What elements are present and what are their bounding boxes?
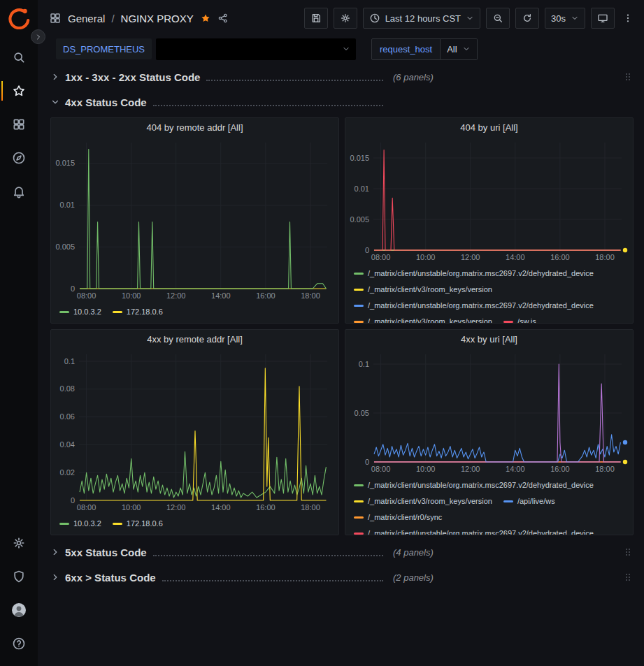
sidebar-item-alerting[interactable] [0,175,38,208]
dashboard-settings-button[interactable] [334,8,357,29]
drag-handle-icon[interactable] [622,546,634,558]
legend-item[interactable]: /_matrix/client/v3/room_keys/version [354,493,492,509]
svg-text:0: 0 [71,284,75,293]
dotted-leader [153,105,383,106]
panel-title[interactable]: 404 by remote addr [All] [51,118,338,137]
tv-mode-button[interactable] [591,8,615,29]
sidebar-item-starred[interactable] [0,74,38,108]
sidebar-item-search[interactable] [0,41,38,74]
favorite-star-icon[interactable] [200,13,211,24]
svg-text:08:00: 08:00 [371,465,391,473]
svg-text:12:00: 12:00 [166,291,186,300]
gear-icon [12,536,26,550]
row-1xx-3xx-2xx-status-code[interactable]: 1xx - 3xx - 2xx Status Code (6 panels) [50,67,634,87]
save-icon [310,13,322,24]
avatar [10,602,27,618]
svg-text:12:00: 12:00 [461,253,480,261]
row-panel-count: (4 panels) [393,547,434,558]
legend-item[interactable]: /sw.js [503,314,536,323]
sidebar-item-explore[interactable] [0,141,38,175]
legend-item[interactable]: /_matrix/client/v3/room_keys/version [354,314,492,323]
dashboard-content: 1xx - 3xx - 2xx Status Code (6 panels) 4… [38,61,644,666]
sidebar-item-server-admin[interactable] [0,560,38,593]
svg-text:14:00: 14:00 [506,465,525,473]
refresh-interval-picker[interactable]: 30s [545,8,585,29]
save-dashboard-button[interactable] [304,8,328,29]
breadcrumb-title[interactable]: NGINX PROXY [121,13,194,24]
svg-text:10:00: 10:00 [122,503,141,512]
legend-item[interactable]: /api/live/ws [503,493,555,509]
row-6xx-status-code[interactable]: 6xx > Status Code (2 panels) [50,567,634,587]
refresh-button[interactable] [515,8,539,29]
panel-title-text: 4xx by uri [All] [461,334,517,345]
svg-text:12:00: 12:00 [461,465,480,473]
more-options-button[interactable] [620,8,636,29]
sidebar-item-profile[interactable] [0,593,38,627]
sidebar-item-help[interactable] [0,627,38,660]
row-panel-count: (6 panels) [393,72,434,82]
breadcrumb: General / NGINX PROXY [49,12,229,24]
svg-text:16:00: 16:00 [550,465,570,473]
chart-404-by-uri[interactable]: 00.0050.010.01508:0010:0012:0014:0016:00… [345,137,633,264]
chart-4xx-by-remote-addr[interactable]: 00.020.040.060.080.108:0010:0012:0014:00… [51,349,338,514]
chevron-down-icon [342,45,350,53]
chevron-down-icon [50,97,60,107]
dotted-leader [206,80,383,81]
svg-text:12:00: 12:00 [166,503,186,512]
panel-4xx-by-uri: 4xx by uri [All] 00.050.108:0010:0012:00… [345,329,634,535]
gear-icon [340,13,351,24]
chevron-right-icon [50,72,60,82]
legend-item[interactable]: /_matrix/client/unstable/org.matrix.msc2… [354,526,594,535]
panel-title[interactable]: 4xx by uri [All] [345,330,633,349]
panel-title[interactable]: 4xx by remote addr [All] [51,330,338,349]
breadcrumb-separator: / [111,13,114,24]
request-host-variable-value: All [447,44,457,55]
sidebar-item-settings[interactable] [0,526,38,560]
drag-handle-icon[interactable] [622,71,634,82]
chevron-down-icon [466,14,474,22]
compass-icon [12,151,26,165]
sidebar-item-dashboards[interactable] [0,108,38,141]
chevron-down-icon [462,45,471,53]
time-range-picker[interactable]: Last 12 hours CST [363,8,480,29]
svg-text:0.1: 0.1 [359,360,369,368]
legend-item[interactable]: /_matrix/client/v3/room_keys/version [354,282,492,298]
svg-text:0.005: 0.005 [350,215,369,224]
row-4xx-status-code[interactable]: 4xx Status Code [50,92,634,112]
panel-title[interactable]: 404 by uri [All] [345,118,633,137]
request-host-variable-select[interactable]: All [441,38,477,60]
grafana-logo[interactable] [8,6,31,29]
legend-item[interactable]: 10.0.3.2 [59,304,101,319]
legend-item[interactable]: /_matrix/client/unstable/org.matrix.msc2… [354,298,594,314]
svg-text:16:00: 16:00 [256,291,276,300]
chart-404-by-remote-addr[interactable]: 00.0050.010.01508:0010:0012:0014:0016:00… [51,137,338,303]
grafana-logo-icon [8,6,31,29]
zoom-out-button[interactable] [486,8,510,29]
shield-icon [12,570,26,584]
svg-text:0.04: 0.04 [60,440,75,449]
row-5xx-status-code[interactable]: 5xx Status Code (4 panels) [50,542,634,562]
svg-text:0.06: 0.06 [60,412,75,421]
breadcrumb-section[interactable]: General [68,13,105,24]
legend: /_matrix/client/unstable/org.matrix.msc2… [345,476,633,535]
chart-4xx-by-uri[interactable]: 00.050.108:0010:0012:0014:0016:0018:00 [345,349,633,476]
svg-text:18:00: 18:00 [301,291,320,300]
drag-handle-icon[interactable] [622,572,634,583]
svg-text:08:00: 08:00 [77,503,96,512]
legend: 10.0.3.2172.18.0.6 [51,303,338,323]
legend-item[interactable]: 172.18.0.6 [113,304,163,319]
share-icon[interactable] [217,13,229,24]
dotted-leader [153,555,383,556]
datasource-variable-select[interactable] [156,38,356,60]
legend-item[interactable]: /_matrix/client/unstable/org.matrix.msc2… [354,477,594,493]
panels-grid: 404 by remote addr [All] 00.0050.010.015… [50,117,634,535]
datasource-variable-label[interactable]: DS_PROMETHEUS [56,38,152,59]
expand-sidebar-button[interactable] [31,29,45,44]
legend-item[interactable]: /_matrix/client/r0/sync [354,509,442,526]
top-bar: General / NGINX PROXY Last 12 hours CST … [38,0,644,36]
legend-item[interactable]: 172.18.0.6 [113,516,163,531]
legend-item[interactable]: 10.0.3.2 [59,516,101,531]
legend-item[interactable]: /_matrix/client/unstable/org.matrix.msc2… [354,266,594,282]
dashboard-apps-icon [49,12,62,24]
panel-title-text: 4xx by remote addr [All] [147,334,243,345]
